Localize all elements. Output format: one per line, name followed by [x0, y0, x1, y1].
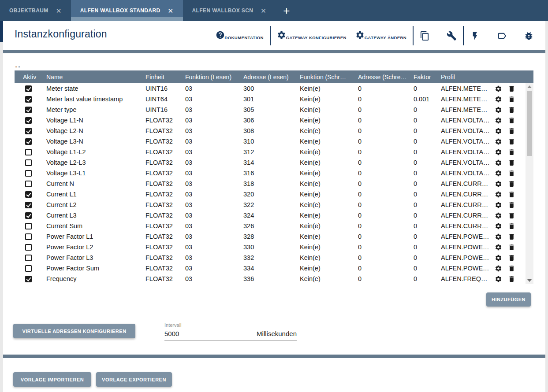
row-active-checkbox[interactable]: [25, 276, 32, 282]
tab-objektbaum[interactable]: OBJEKTBAUM✕: [0, 0, 71, 21]
row-settings-gear-icon[interactable]: [495, 244, 502, 251]
row-settings-gear-icon[interactable]: [495, 254, 502, 262]
row-settings-gear-icon[interactable]: [495, 127, 502, 135]
wrench-icon[interactable]: [447, 31, 457, 41]
row-settings-gear-icon[interactable]: [495, 275, 502, 283]
row-active-checkbox[interactable]: [25, 128, 32, 134]
tab-alfen-wallbox-scn[interactable]: ALFEN WALLBOX SCN✕: [183, 0, 276, 21]
row-faktor: 0: [414, 212, 441, 219]
gateway-change-button[interactable]: GATEWAY ÄNDERN: [355, 30, 406, 41]
row-delete-trash-icon[interactable]: [508, 191, 515, 198]
row-active-checkbox[interactable]: [25, 96, 32, 103]
row-settings-gear-icon[interactable]: [495, 222, 502, 230]
row-active-checkbox[interactable]: [25, 107, 32, 113]
row-delete-trash-icon[interactable]: [508, 180, 515, 188]
row-settings-gear-icon[interactable]: [495, 85, 502, 92]
row-delete-trash-icon[interactable]: [508, 170, 515, 177]
tab-close-icon[interactable]: ✕: [261, 7, 266, 14]
row-einheit: FLOAT32: [145, 191, 185, 198]
scrollbar-thumb[interactable]: [527, 91, 532, 156]
row-active-checkbox[interactable]: [25, 191, 32, 198]
row-active-checkbox[interactable]: [25, 170, 32, 177]
row-delete-trash-icon[interactable]: [508, 96, 515, 103]
row-active-checkbox[interactable]: [25, 149, 32, 155]
row-delete-trash-icon[interactable]: [508, 222, 515, 230]
row-delete-trash-icon[interactable]: [508, 254, 515, 262]
row-name: Frequency: [46, 275, 145, 282]
plus-icon: +: [283, 4, 290, 18]
row-active-checkbox[interactable]: [25, 117, 32, 124]
label-tag-icon[interactable]: [497, 31, 507, 41]
interval-input[interactable]: 5000 Millisekunden: [164, 330, 297, 341]
row-delete-trash-icon[interactable]: [508, 233, 515, 240]
row-active-checkbox[interactable]: [25, 159, 32, 166]
row-faktor: 0: [414, 180, 441, 187]
row-active-checkbox[interactable]: [25, 255, 32, 261]
row-active-checkbox[interactable]: [25, 233, 32, 240]
row-delete-trash-icon[interactable]: [508, 244, 515, 251]
row-delete-trash-icon[interactable]: [508, 117, 515, 124]
tab-alfen-wallbox-standard[interactable]: ALFEN WALLBOX STANDARD✕: [71, 0, 183, 21]
row-delete-trash-icon[interactable]: [508, 85, 515, 92]
row-active-checkbox[interactable]: [25, 202, 32, 208]
row-active-checkbox[interactable]: [25, 85, 32, 92]
row-settings-gear-icon[interactable]: [495, 96, 502, 103]
row-settings-gear-icon[interactable]: [495, 106, 502, 114]
row-profil: ALFEN.CURR…: [441, 180, 494, 187]
table-row: Voltage L3-L1FLOAT3203316Kein(e)00ALFEN.…: [15, 168, 526, 178]
row-delete-trash-icon[interactable]: [508, 212, 515, 219]
row-settings-gear-icon[interactable]: [495, 148, 502, 156]
scroll-down-arrow-icon[interactable]: [527, 279, 532, 282]
row-settings-gear-icon[interactable]: [495, 265, 502, 272]
table-row: Power Factor L3FLOAT3203332Kein(e)00ALFE…: [15, 252, 526, 263]
table-scrollbar[interactable]: [526, 83, 533, 284]
row-funktion-schreiben: Kein(e): [300, 106, 358, 113]
row-profil: ALFEN.CURR…: [441, 191, 494, 198]
row-active-checkbox[interactable]: [25, 223, 32, 229]
row-delete-trash-icon[interactable]: [508, 159, 515, 166]
add-row-button[interactable]: HINZUFÜGEN: [486, 292, 531, 307]
row-einheit: FLOAT32: [145, 212, 185, 219]
row-settings-gear-icon[interactable]: [495, 212, 502, 219]
row-delete-trash-icon[interactable]: [508, 127, 515, 135]
row-name: Power Factor Sum: [46, 265, 145, 272]
row-settings-gear-icon[interactable]: [495, 138, 502, 145]
gateway-configure-button[interactable]: GATEWAY KONFIGURIEREN: [277, 30, 347, 41]
row-settings-gear-icon[interactable]: [495, 117, 502, 124]
interval-value[interactable]: 5000: [164, 330, 179, 337]
row-delete-trash-icon[interactable]: [508, 106, 515, 114]
row-settings-gear-icon[interactable]: [495, 180, 502, 188]
row-einheit: FLOAT32: [145, 254, 185, 261]
row-faktor: 0: [414, 254, 441, 261]
row-settings-gear-icon[interactable]: [495, 233, 502, 240]
row-delete-trash-icon[interactable]: [508, 265, 515, 272]
row-adresse-lesen: 320: [243, 191, 300, 198]
bug-icon[interactable]: [524, 31, 534, 41]
row-delete-trash-icon[interactable]: [508, 201, 515, 209]
row-name: Meter state: [46, 85, 145, 92]
row-active-checkbox[interactable]: [25, 212, 32, 219]
row-active-checkbox[interactable]: [25, 138, 32, 145]
row-funktion-lesen: 03: [185, 191, 243, 198]
lightning-icon[interactable]: [470, 31, 480, 41]
tab-close-icon[interactable]: ✕: [168, 7, 174, 14]
scroll-up-arrow-icon[interactable]: [527, 85, 532, 88]
add-tab-button[interactable]: +: [276, 0, 297, 21]
import-template-button[interactable]: VORLAGE IMPORTIEREN: [13, 372, 91, 387]
tab-close-icon[interactable]: ✕: [56, 7, 62, 14]
row-settings-gear-icon[interactable]: [495, 159, 502, 166]
documentation-button[interactable]: DOKUMENTATION: [216, 30, 264, 41]
row-delete-trash-icon[interactable]: [508, 275, 515, 283]
row-settings-gear-icon[interactable]: [495, 191, 502, 198]
row-active-checkbox[interactable]: [25, 244, 32, 251]
row-delete-trash-icon[interactable]: [508, 138, 515, 145]
row-delete-trash-icon[interactable]: [508, 148, 515, 156]
clipped-text-fragment: [15, 65, 32, 67]
copy-icon[interactable]: [420, 31, 430, 41]
configure-virtual-addresses-button[interactable]: VIRTUELLE ADRESSEN KONFIGURIEREN: [13, 324, 135, 338]
export-template-button[interactable]: VORLAGE EXPORTIEREN: [96, 372, 172, 387]
row-active-checkbox[interactable]: [25, 265, 32, 272]
row-active-checkbox[interactable]: [25, 181, 32, 187]
row-settings-gear-icon[interactable]: [495, 170, 502, 177]
row-settings-gear-icon[interactable]: [495, 201, 502, 209]
